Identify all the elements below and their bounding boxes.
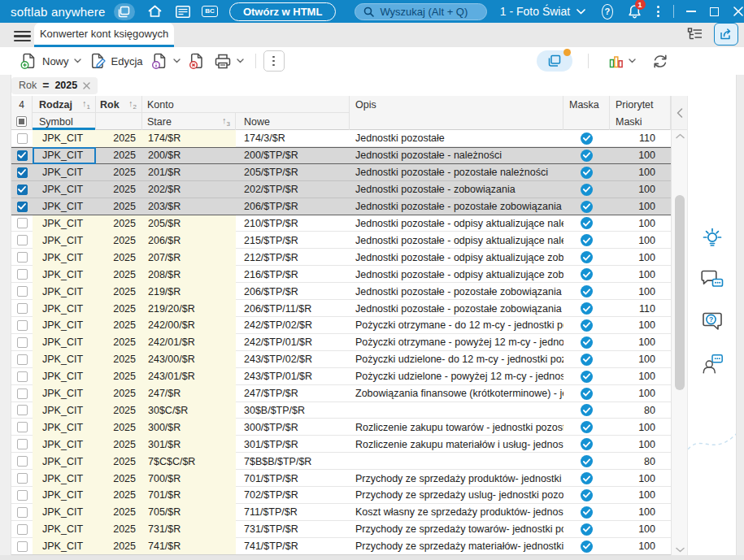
cell-maska[interactable] [563,504,610,521]
table-row[interactable]: JPK_CIT 2025 731/$R 731/$TP/$R Przychody… [11,521,671,538]
print-button[interactable] [210,50,248,73]
cell-opis[interactable]: Przychody ze sprzedaży uslug- jednostki … [350,487,563,504]
news-button[interactable] [175,2,191,20]
cell-priorytet[interactable]: 100 [610,334,671,351]
cell-opis[interactable]: Przychody ze sprzedaży materiałów- jedno… [350,538,563,555]
cell-stare[interactable]: 203/$R [142,198,236,215]
cell-stare[interactable]: 705/$R [142,504,236,521]
cell-priorytet[interactable]: 100 [610,232,671,249]
row-select-cell[interactable] [11,181,33,198]
row-checkbox[interactable] [17,337,28,348]
cell-priorytet[interactable]: 100 [610,266,671,283]
cell-stare[interactable]: 30$C/$R [142,402,236,419]
cell-maska[interactable] [563,232,610,249]
cell-rodzaj[interactable]: JPK_CIT [33,521,96,538]
row-select-cell[interactable] [11,402,33,419]
row-select-cell[interactable] [11,130,33,147]
table-row[interactable]: JPK_CIT 2025 219/20/$R 206/$TP/11/$R Jed… [11,300,671,317]
table-row[interactable]: JPK_CIT 2025 208/$R 216/$TP/$R Jednostki… [11,266,671,283]
cell-opis[interactable]: Jednostki pozostałe [350,130,563,147]
cell-rok[interactable]: 2025 [96,232,142,249]
table-row[interactable]: JPK_CIT 2025 242/01/$R 242/$TP/01/$R Poż… [11,334,671,351]
table-row[interactable]: JPK_CIT 2025 741/$R 741/$TP/$R Przychody… [11,538,671,555]
row-checkbox[interactable] [17,303,28,314]
scroll-up-button[interactable] [672,133,688,139]
row-checkbox[interactable] [17,269,28,280]
cell-opis[interactable]: Jednostki pozostałe - odpisy aktualizują… [350,232,563,249]
cell-rodzaj[interactable]: JPK_CIT [33,487,96,504]
row-select-cell[interactable] [11,283,33,300]
home-button[interactable] [147,2,163,20]
chart-view-button[interactable] [604,50,640,72]
close-button[interactable] [732,2,744,20]
cell-nowe[interactable]: 702/$TP/$R [236,487,350,504]
cell-maska[interactable] [563,130,610,147]
table-row[interactable]: JPK_CIT 2025 30$C/$R 30$B/$TP/$R 80 [11,402,671,419]
cell-nowe[interactable]: 7$B$B/$TP/$R [236,453,350,470]
cell-priorytet[interactable]: 100 [610,351,671,368]
cell-opis[interactable]: Pożyczki udzielone- do 12 m-cy - jednost… [350,351,563,368]
cell-rodzaj[interactable]: JPK_CIT [33,436,96,453]
tab-konwerter-kont[interactable]: Konwerter kont księgowych [34,23,174,47]
table-row[interactable]: JPK_CIT 2025 203/$R 206/$TP/$R Jednostki… [11,198,671,215]
table-row[interactable]: JPK_CIT 2025 201/$R 205/$TP/$R Jednostki… [11,164,671,181]
cell-priorytet[interactable]: 80 [610,453,671,470]
cell-opis[interactable]: Pożyczki udzielone - powyżej 12 m-cy - j… [350,368,563,385]
row-select-cell[interactable] [11,266,33,283]
row-select-cell[interactable] [11,436,33,453]
cell-rodzaj[interactable]: JPK_CIT [33,266,96,283]
cell-opis[interactable]: Jednostki pozostałe - pozostałe zobowiąz… [350,283,563,300]
cell-nowe[interactable]: 212/$TP/$R [236,249,350,266]
cell-nowe[interactable]: 301/$TP/$R [236,436,350,453]
row-checkbox[interactable] [17,167,28,178]
cell-rok[interactable]: 2025 [96,215,142,232]
row-checkbox[interactable] [17,456,28,467]
cell-opis[interactable]: Jednostki pozostałe - pozostałe zobowiąz… [350,300,563,317]
cell-maska[interactable] [563,147,610,164]
table-row[interactable]: JPK_CIT 2025 705/$R 711/$TP/$R Koszt wła… [11,504,671,521]
search-input[interactable]: Wyszukaj (Alt + Q) [355,3,486,20]
bc-icon[interactable]: BC [202,6,218,17]
row-checkbox[interactable] [17,252,28,263]
cell-maska[interactable] [563,538,610,555]
table-row[interactable]: JPK_CIT 2025 301/$R 301/$TP/$R Rozliczen… [11,436,671,453]
row-select-cell[interactable] [11,147,33,164]
info-document-button[interactable] [147,49,185,73]
cell-rodzaj[interactable]: JPK_CIT [33,402,96,419]
row-checkbox[interactable] [17,473,28,484]
cell-stare[interactable]: 205/$R [142,215,236,232]
cell-maska[interactable] [563,198,610,215]
cell-priorytet[interactable]: 100 [610,164,671,181]
table-row[interactable]: JPK_CIT 2025 207/$R 212/$TP/$R Jednostki… [11,249,671,266]
cell-priorytet[interactable]: 110 [610,130,671,147]
cell-rok[interactable]: 2025 [96,419,142,436]
row-select-cell[interactable] [11,334,33,351]
cell-stare[interactable]: 202/$R [142,181,236,198]
cell-stare[interactable]: 174/$R [142,130,236,147]
cell-maska[interactable] [563,300,610,317]
cell-priorytet[interactable]: 80 [610,402,671,419]
cell-nowe[interactable]: 202/$TP/$R [236,181,350,198]
cell-opis[interactable]: Jednostki pozostałe - zobowiązania [350,181,563,198]
cell-rodzaj[interactable]: JPK_CIT [33,215,96,232]
cell-opis[interactable]: Jednostki pozostałe - odpisy aktualizują… [350,249,563,266]
table-row[interactable]: JPK_CIT 2025 219/$R 206/$TP/$R Jednostki… [11,283,671,300]
cell-rok[interactable]: 2025 [96,504,142,521]
row-checkbox[interactable] [17,150,28,161]
cell-stare[interactable]: 207/$R [142,249,236,266]
header-konto[interactable]: Konto [142,96,350,113]
share-button[interactable] [714,23,738,46]
table-row[interactable]: JPK_CIT 2025 206/$R 215/$TP/$R Jednostki… [11,232,671,249]
cell-opis[interactable]: Rozliczenie zakupu towarów - jednostki p… [350,419,563,436]
new-button[interactable]: Nowy [16,49,85,73]
row-select-cell[interactable] [11,504,33,521]
cell-nowe[interactable]: 242/$TP/01/$R [236,334,350,351]
row-checkbox[interactable] [17,371,28,382]
cell-rok[interactable]: 2025 [96,266,142,283]
cell-rodzaj[interactable]: JPK_CIT [33,317,96,334]
cell-stare[interactable]: 731/$R [142,521,236,538]
table-row[interactable]: JPK_CIT 2025 701/$R 702/$TP/$R Przychody… [11,487,671,504]
menu-button[interactable] [14,31,31,41]
scroll-down-button[interactable] [672,547,688,553]
cell-rodzaj[interactable]: JPK_CIT [33,232,96,249]
